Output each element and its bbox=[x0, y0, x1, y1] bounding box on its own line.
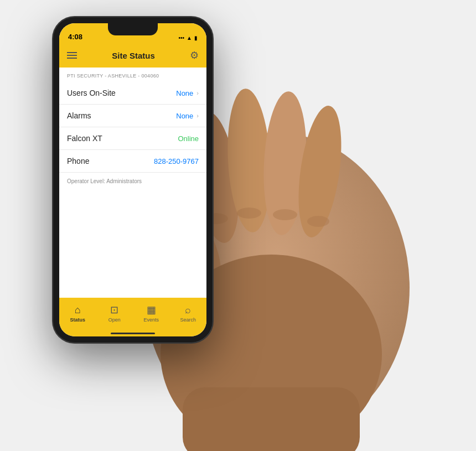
svg-point-4 bbox=[292, 103, 349, 240]
phone-item[interactable]: Phone 828-250-9767 bbox=[59, 150, 206, 173]
content-area: PTI SECURITY - ASHEVILLE - 004060 Users … bbox=[59, 68, 206, 298]
alarms-item[interactable]: Alarms None › bbox=[59, 105, 206, 127]
scene: 4:08 ••• ▲ ▮ Site Status ⚙ bbox=[0, 0, 476, 451]
gear-icon[interactable]: ⚙ bbox=[190, 49, 199, 61]
operator-label: Operator Level: Administrators bbox=[59, 173, 206, 190]
nav-title: Site Status bbox=[112, 51, 155, 60]
users-on-site-right: None › bbox=[176, 89, 199, 97]
menu-icon[interactable] bbox=[67, 52, 77, 59]
tab-search[interactable]: ⌕ Search bbox=[170, 304, 207, 323]
alarms-right: None › bbox=[176, 112, 199, 120]
users-on-site-item[interactable]: Users On-Site None › bbox=[59, 82, 206, 105]
svg-point-11 bbox=[307, 216, 329, 227]
users-chevron-icon: › bbox=[196, 90, 199, 96]
notch bbox=[108, 23, 158, 35]
alarms-value: None bbox=[176, 112, 193, 120]
svg-point-2 bbox=[224, 87, 274, 234]
svg-point-3 bbox=[260, 90, 310, 236]
tab-search-label: Search bbox=[180, 317, 196, 323]
tab-open-label: Open bbox=[108, 317, 121, 323]
falcon-xt-value: Online bbox=[178, 134, 199, 143]
falcon-xt-label: Falcon XT bbox=[67, 134, 102, 143]
signal-dots: ••• bbox=[179, 35, 185, 41]
svg-rect-7 bbox=[183, 387, 360, 451]
wifi-icon: ▲ bbox=[187, 35, 192, 41]
tab-bar: ⌂ Status ⊡ Open ▦ Events ⌕ Search bbox=[59, 298, 206, 333]
home-bar-line bbox=[111, 333, 155, 334]
users-on-site-label: Users On-Site bbox=[67, 89, 116, 97]
phone-screen: 4:08 ••• ▲ ▮ Site Status ⚙ bbox=[59, 23, 206, 336]
phone-value: 828-250-9767 bbox=[154, 157, 199, 165]
tab-status-icon: ⌂ bbox=[75, 304, 81, 316]
battery-icon: ▮ bbox=[194, 35, 198, 41]
tab-events[interactable]: ▦ Events bbox=[133, 304, 170, 323]
svg-point-9 bbox=[237, 208, 261, 219]
tab-status-label: Status bbox=[70, 317, 85, 323]
tab-events-icon: ▦ bbox=[147, 304, 156, 316]
falcon-xt-right: Online bbox=[178, 134, 199, 143]
tab-status[interactable]: ⌂ Status bbox=[59, 304, 96, 323]
status-time: 4:08 bbox=[68, 33, 82, 41]
alarms-label: Alarms bbox=[67, 111, 91, 120]
phone-right: 828-250-9767 bbox=[154, 157, 199, 165]
alarms-chevron-icon: › bbox=[196, 112, 199, 119]
tab-open[interactable]: ⊡ Open bbox=[96, 304, 133, 323]
phone-label: Phone bbox=[67, 157, 89, 165]
users-on-site-value: None bbox=[176, 89, 193, 97]
status-icons: ••• ▲ ▮ bbox=[179, 35, 198, 41]
tab-open-icon: ⊡ bbox=[110, 304, 118, 316]
tab-search-icon: ⌕ bbox=[185, 304, 191, 316]
svg-point-10 bbox=[273, 209, 297, 220]
tab-events-label: Events bbox=[143, 317, 159, 323]
nav-bar: Site Status ⚙ bbox=[59, 43, 206, 68]
home-bar bbox=[59, 333, 206, 336]
phone-frame: 4:08 ••• ▲ ▮ Site Status ⚙ bbox=[53, 17, 213, 343]
falcon-xt-item: Falcon XT Online bbox=[59, 127, 206, 150]
phone-wrapper: 4:08 ••• ▲ ▮ Site Status ⚙ bbox=[53, 17, 213, 343]
site-label: PTI SECURITY - ASHEVILLE - 004060 bbox=[59, 68, 206, 82]
